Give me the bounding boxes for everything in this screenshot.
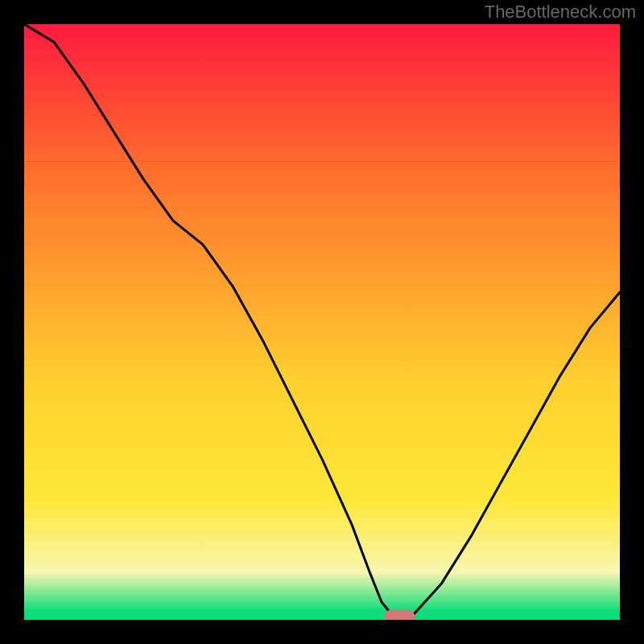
- plot-area: [24, 24, 620, 620]
- gradient-band: [24, 611, 620, 620]
- gradient-band: [24, 161, 620, 382]
- watermark-text: TheBottleneck.com: [485, 2, 636, 23]
- gradient-band: [24, 572, 620, 612]
- gradient-band: [24, 382, 620, 502]
- gradient-band: [24, 24, 620, 162]
- gradient-band: [24, 501, 620, 572]
- chart-frame: TheBottleneck.com: [0, 0, 644, 644]
- plot-svg: [24, 24, 620, 620]
- optimal-point-marker: [384, 609, 415, 620]
